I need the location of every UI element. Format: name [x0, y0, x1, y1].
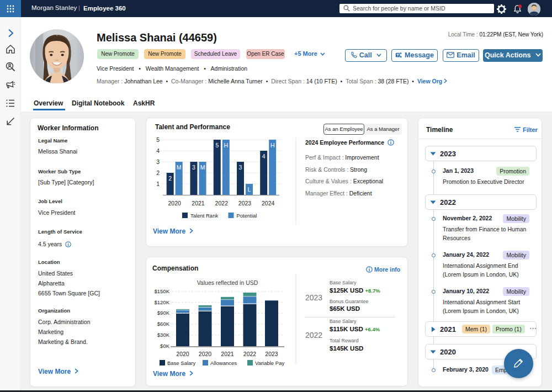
svg-text:3: 3 — [192, 164, 195, 171]
svg-text:$0K: $0K — [160, 343, 170, 349]
svg-text:2020: 2020 — [176, 351, 189, 357]
svg-text:M: M — [200, 164, 205, 171]
svg-text:2024: 2024 — [262, 200, 275, 206]
svg-text:5: 5 — [215, 142, 219, 149]
svg-text:2021: 2021 — [221, 351, 234, 357]
svg-text:$90K: $90K — [157, 310, 170, 316]
svg-text:Allowances: Allowances — [210, 360, 237, 366]
svg-text:L: L — [248, 186, 251, 193]
svg-text:2020: 2020 — [168, 200, 182, 206]
svg-text:H: H — [224, 142, 229, 149]
svg-text:2: 2 — [156, 169, 160, 176]
svg-text:3: 3 — [156, 158, 160, 165]
svg-text:$60K: $60K — [157, 321, 170, 327]
svg-text:M: M — [177, 164, 182, 171]
svg-text:4: 4 — [156, 147, 160, 154]
svg-text:2: 2 — [168, 175, 172, 182]
svg-text:H: H — [270, 142, 275, 149]
svg-text:2023: 2023 — [238, 200, 252, 206]
svg-text:2021: 2021 — [192, 200, 205, 206]
svg-text:1: 1 — [156, 181, 160, 187]
svg-text:$30K: $30K — [157, 332, 170, 338]
svg-text:2022: 2022 — [243, 351, 257, 357]
svg-text:5: 5 — [156, 136, 160, 143]
svg-text:Potential: Potential — [237, 213, 257, 219]
svg-text:2022: 2022 — [215, 200, 229, 206]
svg-text:Talent Rank: Talent Rank — [190, 213, 218, 219]
svg-text:$120K: $120K — [155, 299, 170, 305]
svg-text:2020: 2020 — [199, 351, 212, 357]
svg-text:Variable Pay: Variable Pay — [255, 360, 284, 366]
svg-text:3: 3 — [239, 164, 242, 171]
svg-text:4: 4 — [262, 153, 266, 160]
svg-text:2023: 2023 — [265, 351, 278, 357]
svg-text:$150K: $150K — [155, 288, 170, 294]
svg-text:Base Salary: Base Salary — [167, 360, 195, 366]
svg-text:Values reflected in USD: Values reflected in USD — [197, 279, 258, 286]
